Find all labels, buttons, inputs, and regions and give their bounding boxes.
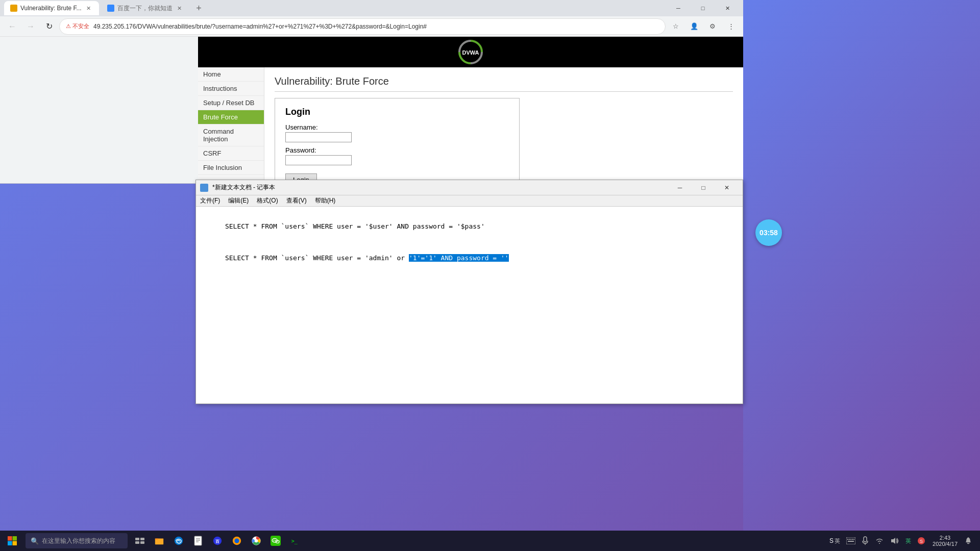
volume-button[interactable]	[888, 536, 901, 546]
notepad-content[interactable]: SELECT * FROM `users` WHERE user = '$use…	[196, 207, 743, 404]
start-button[interactable]	[2, 532, 22, 550]
tab-title-2: 百度一下，你就知道	[117, 4, 173, 13]
tab-2[interactable]: 百度一下，你就知道 ✕	[101, 1, 190, 15]
tab-favicon-2	[107, 5, 114, 12]
network-icon	[875, 537, 884, 544]
svg-point-28	[255, 539, 258, 542]
window-controls: ─ □ ✕	[667, 0, 739, 16]
bookmark-button[interactable]: ☆	[668, 18, 684, 35]
svg-rect-11	[8, 541, 12, 546]
menu-view[interactable]: 查看(V)	[282, 195, 311, 206]
search-icon: 🔍	[31, 537, 39, 545]
sidebar-item-csrf[interactable]: CSRF	[198, 146, 264, 161]
notepad-close[interactable]: ✕	[715, 180, 739, 195]
ime-button[interactable]: 英	[903, 536, 913, 546]
cmd-button[interactable]: >_	[286, 532, 304, 550]
sidebar-item-setup[interactable]: Setup / Reset DB	[198, 96, 264, 110]
tab-title-1: Vulnerability: Brute F...	[20, 5, 82, 12]
desktop-right	[743, 0, 980, 531]
browser-taskbar-button[interactable]: 百	[208, 532, 227, 550]
profile-button[interactable]: 👤	[686, 18, 702, 35]
tab-close-2[interactable]: ✕	[176, 4, 184, 12]
timer-badge: 03:58	[755, 219, 782, 246]
svg-rect-13	[135, 538, 139, 540]
username-row: Username:	[285, 123, 509, 142]
microphone-icon	[862, 536, 869, 545]
system-clock[interactable]: 2:43 2020/4/17	[929, 534, 961, 548]
svg-rect-15	[135, 541, 139, 544]
notepad-taskbar-icon	[193, 536, 203, 546]
menu-edit[interactable]: 编辑(E)	[224, 195, 253, 206]
login-box: Login Username: Password: Login Welcome …	[275, 98, 520, 184]
file-explorer-button[interactable]	[150, 532, 168, 550]
taskbar: 🔍 在这里输入你想搜索的内容	[0, 531, 980, 551]
reload-button[interactable]: ↻	[41, 18, 57, 35]
extensions-button[interactable]: ⚙	[704, 18, 721, 35]
keyboard-icon	[846, 537, 855, 544]
volume-icon	[890, 537, 899, 545]
svg-point-34	[277, 541, 277, 542]
language-indicator[interactable]: S 英	[827, 536, 842, 546]
menu-file[interactable]: 文件(F)	[196, 195, 224, 206]
svg-rect-41	[850, 539, 851, 540]
tab-1[interactable]: Vulnerability: Brute F... ✕	[4, 1, 99, 15]
keyboard-button[interactable]	[844, 536, 857, 545]
microphone-button[interactable]	[860, 535, 871, 546]
notepad-maximize[interactable]: □	[692, 180, 715, 195]
close-button[interactable]: ✕	[716, 0, 739, 16]
sidebar-item-command-injection[interactable]: Command Injection	[198, 124, 264, 146]
page-title: Vulnerability: Brute Force	[275, 76, 733, 92]
notepad-minimize[interactable]: ─	[668, 180, 692, 195]
svg-rect-45	[864, 537, 867, 542]
password-row: Password:	[285, 146, 509, 165]
lang-sub: 英	[835, 537, 840, 545]
notepad-taskbar-button[interactable]	[189, 532, 207, 550]
dvwa-header: DVWA	[198, 37, 743, 67]
login-title: Login	[285, 107, 509, 117]
wechat-button[interactable]	[266, 532, 285, 550]
svg-rect-42	[852, 539, 853, 540]
security-label: 不安全	[72, 22, 89, 30]
minimize-button[interactable]: ─	[667, 0, 690, 16]
task-view-button[interactable]	[131, 532, 149, 550]
maximize-button[interactable]: □	[691, 0, 715, 16]
menu-button[interactable]: ⋮	[723, 18, 739, 35]
taskbar-search[interactable]: 🔍 在这里输入你想搜索的内容	[26, 533, 128, 548]
svg-text:>_: >_	[291, 538, 298, 544]
password-input[interactable]	[285, 155, 352, 165]
notification-icon	[965, 537, 972, 545]
menu-help[interactable]: 帮助(H)	[311, 195, 340, 206]
svg-rect-10	[13, 536, 17, 541]
new-tab-button[interactable]: +	[192, 1, 206, 15]
sidebar-item-brute-force[interactable]: Brute Force	[198, 110, 264, 124]
svg-rect-9	[8, 536, 12, 541]
sidebar-item-home[interactable]: Home	[198, 67, 264, 82]
security-indicator: ⚠ 不安全	[66, 22, 89, 30]
tab-close-1[interactable]: ✕	[85, 4, 93, 12]
cmd-icon: >_	[290, 536, 300, 546]
notepad-menubar: 文件(F) 编辑(E) 格式(O) 查看(V) 帮助(H)	[196, 195, 743, 207]
username-input[interactable]	[285, 132, 352, 142]
menu-format[interactable]: 格式(O)	[253, 195, 282, 206]
line1-text: SELECT * FROM `users` WHERE user = '$use…	[225, 222, 485, 230]
network-button[interactable]	[873, 536, 886, 545]
svg-rect-43	[853, 539, 854, 540]
sidebar-item-instructions[interactable]: Instructions	[198, 82, 264, 96]
address-bar[interactable]: ⚠ 不安全 49.235.205.176/DVWA/vulnerabilitie…	[59, 18, 666, 35]
forward-button[interactable]: →	[22, 18, 39, 35]
notification-button[interactable]	[963, 536, 974, 546]
windows-icon	[7, 536, 17, 546]
line2-prefix: SELECT * FROM `users` WHERE user = 'admi…	[225, 254, 409, 262]
search-placeholder: 在这里输入你想搜索的内容	[42, 537, 115, 545]
sidebar-item-file-inclusion[interactable]: File Inclusion	[198, 161, 264, 175]
back-button[interactable]: ←	[4, 18, 20, 35]
svg-rect-40	[849, 539, 850, 540]
sogou-button[interactable]: S	[915, 536, 927, 546]
notepad-title: *新建文本文档 - 记事本	[212, 183, 664, 192]
svg-point-26	[234, 538, 239, 543]
firefox-button[interactable]	[228, 532, 246, 550]
edge-browser-button[interactable]	[169, 532, 188, 550]
chrome-button[interactable]	[247, 532, 265, 550]
notepad-controls: ─ □ ✕	[668, 180, 739, 195]
title-bar: Vulnerability: Brute F... ✕ 百度一下，你就知道 ✕ …	[0, 0, 743, 16]
